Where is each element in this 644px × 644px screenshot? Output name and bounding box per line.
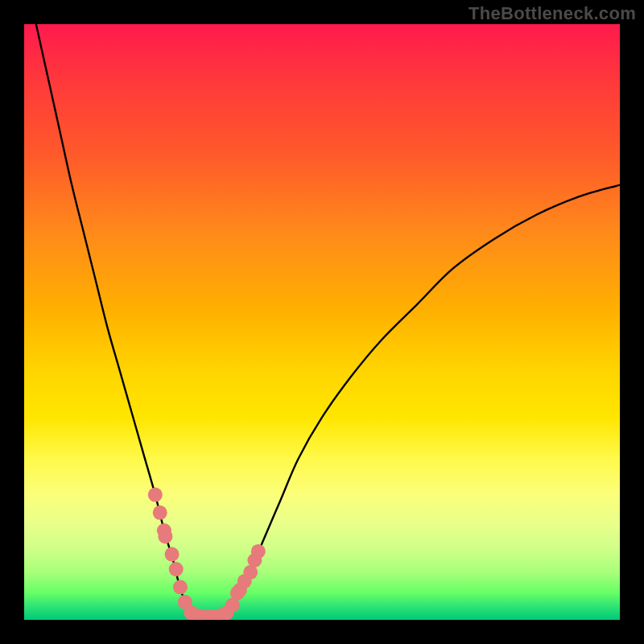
data-marker <box>169 562 184 576</box>
data-marker <box>153 506 167 520</box>
data-marker <box>158 529 172 543</box>
data-marker <box>165 547 180 562</box>
plot-area <box>24 24 620 620</box>
bottleneck-curve <box>36 24 620 617</box>
data-marker <box>148 488 163 502</box>
data-marker <box>173 580 188 594</box>
attribution-label: TheBottleneck.com <box>469 3 636 24</box>
chart-frame: TheBottleneck.com <box>0 0 644 644</box>
data-marker <box>251 544 266 559</box>
chart-svg <box>24 24 620 620</box>
